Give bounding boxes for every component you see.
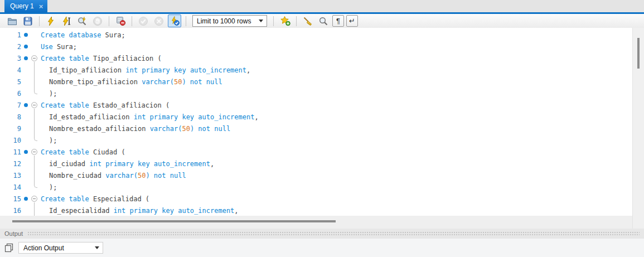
toolbar-separator (186, 16, 186, 26)
limit-rows-dropdown[interactable]: Limit to 1000 rows (192, 15, 267, 27)
fold-collapse-icon[interactable] (31, 149, 37, 155)
code-line[interactable]: 8Id_estado_afiliacion int primary key au… (6, 111, 632, 123)
code-line[interactable]: 6); (6, 88, 632, 99)
token-kw: varchar( (150, 125, 182, 133)
stop-execution-button (91, 14, 104, 27)
x-circle-icon (154, 16, 164, 26)
fold-guide-line (34, 169, 35, 181)
fold-collapse-icon[interactable] (31, 196, 37, 202)
code-line[interactable]: 11Create table Ciudad ( (6, 146, 632, 158)
code-text: ); (38, 137, 57, 144)
fold-column (30, 158, 38, 169)
show-invisibles-toggle[interactable]: ¶ (332, 15, 344, 27)
code-line[interactable]: 16Id_especialidad int primary key auto_i… (6, 205, 632, 216)
code-line[interactable]: 5Nombre_tipo_afiliacion varchar(50) not … (6, 76, 632, 88)
output-view-icon (4, 243, 14, 253)
fold-guide-line (34, 64, 35, 76)
code-line[interactable]: 2Use Sura; (6, 41, 632, 52)
token-kw: Create table (41, 101, 93, 109)
fold-guide-corner (34, 134, 37, 141)
code-text: Create table Especialidad ( (38, 195, 149, 203)
beautify-script-button[interactable] (301, 14, 314, 27)
save-script-button[interactable] (21, 14, 35, 27)
fold-collapse-icon[interactable] (31, 102, 37, 108)
execute-button[interactable] (44, 14, 57, 27)
token-id: Id_estado_afiliacion (49, 113, 134, 121)
code-line[interactable]: 9Nombre_estado_afiliacion varchar(50) no… (6, 123, 632, 134)
query-toolbar: Limit to 1000 rows ¶ ↵ (0, 14, 644, 28)
tab-query-1[interactable]: Query 1 × (4, 0, 47, 12)
token-kw: int primary key auto_increment (114, 207, 235, 215)
statement-marker-column (21, 197, 30, 201)
close-icon[interactable]: × (39, 3, 43, 10)
new-snippet-button[interactable] (278, 14, 292, 27)
commit-button (137, 14, 150, 27)
statement-bullet-icon (24, 150, 28, 154)
token-kw: ) not null (182, 78, 222, 86)
autocommit-icon (170, 16, 180, 26)
fold-column (30, 181, 38, 193)
find-panel-button[interactable] (317, 14, 330, 27)
line-number: 1 (6, 31, 21, 39)
token-id: , (210, 160, 214, 168)
token-kw: ) not null (190, 125, 230, 133)
fold-column (30, 146, 38, 158)
toolbar-separator (296, 16, 297, 26)
magnifier-icon (318, 16, 328, 26)
token-kw: Use (41, 43, 57, 51)
fold-guide-line (34, 123, 35, 134)
line-number: 9 (6, 125, 21, 133)
code-line[interactable]: 12id_ciudad int primary key auto_increme… (6, 158, 632, 169)
token-id: Especialidad ( (93, 195, 149, 203)
token-id: Nombre_estado_afiliacion (49, 125, 150, 133)
fold-column (30, 76, 38, 88)
toolbar-separator (273, 16, 274, 26)
code-text: Id_tipo_afiliacion int primary key auto_… (38, 66, 250, 74)
code-text: ); (38, 183, 57, 191)
code-text: Id_especialidad int primary key auto_inc… (38, 207, 239, 215)
fold-collapse-icon[interactable] (31, 55, 37, 61)
code-line[interactable]: 7Create table Estado_afiliacion ( (6, 99, 632, 111)
explain-plan-button[interactable] (75, 14, 89, 27)
code-line[interactable]: 15Create table Especialidad ( (6, 193, 632, 205)
output-panel-header[interactable]: Output (0, 229, 644, 239)
word-wrap-toggle[interactable]: ↵ (346, 15, 358, 27)
code-line[interactable]: 3Create table Tipo_afiliacion ( (6, 52, 632, 64)
code-line[interactable]: 4Id_tipo_afiliacion int primary key auto… (6, 64, 632, 76)
toggle-stop-on-error-button[interactable] (114, 14, 127, 27)
wrap-return-icon: ↵ (349, 17, 355, 25)
fold-guide-corner (34, 181, 37, 188)
token-id: Id_tipo_afiliacion (49, 66, 125, 74)
token-kw: int primary key auto_increment (89, 160, 210, 168)
output-view-dropdown[interactable]: Action Output (18, 242, 103, 254)
lightning-cursor-icon (61, 16, 71, 26)
token-id: id_ciudad (49, 160, 89, 168)
chevron-down-icon (259, 20, 263, 22)
vertical-scrollbar-thumb[interactable] (637, 38, 640, 69)
open-script-button[interactable] (6, 14, 19, 27)
statement-bullet-icon (24, 33, 28, 37)
token-kw: ) not null (146, 172, 186, 180)
save-icon (23, 16, 33, 26)
execute-current-statement-button[interactable] (60, 14, 73, 27)
statement-marker-column (21, 103, 30, 107)
code-line[interactable]: 14); (6, 181, 632, 193)
token-id: , (234, 207, 238, 215)
code-line[interactable]: 13Nombre_ciudad varchar(50) not null (6, 169, 632, 181)
token-kw: varchar( (105, 172, 138, 180)
toggle-autocommit-button[interactable] (168, 14, 181, 27)
token-num: 50 (138, 172, 146, 180)
horizontal-scrollbar-thumb[interactable] (12, 220, 336, 222)
output-panel-grip-texture (27, 231, 640, 236)
fold-column (30, 52, 38, 64)
fold-guide-line (34, 76, 35, 88)
token-id: ); (49, 183, 57, 191)
fold-guide-line (34, 111, 35, 123)
sql-editor[interactable]: 1Create database Sura;2Use Sura;3Create … (0, 28, 632, 216)
token-id: Tipo_afiliacion ( (93, 55, 162, 62)
code-line[interactable]: 1Create database Sura; (6, 29, 632, 41)
code-line[interactable]: 10); (6, 134, 632, 146)
statement-marker-column (21, 150, 30, 154)
line-number: 8 (6, 113, 21, 121)
line-number: 2 (6, 43, 21, 51)
